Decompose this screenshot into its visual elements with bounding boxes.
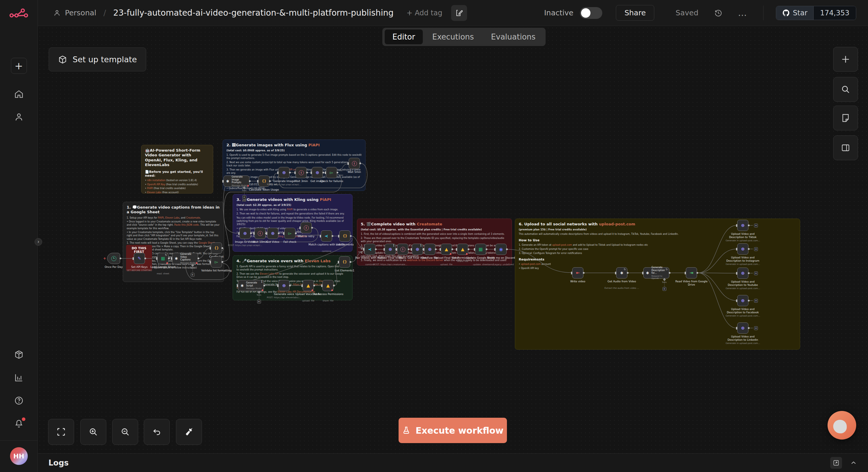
expand-panel-chevron[interactable]: › [35, 238, 42, 246]
output-port[interactable] [748, 225, 750, 226]
node-generate-video-captions[interactable]: ∗Generate Video CaptionsMessage Model▲ [172, 253, 198, 264]
home-icon[interactable] [14, 89, 24, 99]
output-port[interactable] [748, 248, 750, 250]
output-port[interactable] [748, 272, 750, 274]
node-generate-image[interactable]: ⊕ [278, 167, 290, 178]
add-tag-button[interactable]: + Add tag [407, 9, 442, 17]
new-workflow-button[interactable]: + [11, 58, 27, 74]
node-once-per-day[interactable] [107, 253, 120, 264]
node-generate-voice[interactable]: ⊕ [278, 280, 290, 291]
add-tool-button[interactable]: + [191, 273, 194, 277]
n8n-logo[interactable] [9, 0, 29, 26]
output-port[interactable] [583, 272, 585, 274]
node-upload-linkedin[interactable]: ⊕ [737, 323, 748, 334]
node-list-elements1[interactable]: {} [339, 256, 350, 268]
edit-note-button[interactable] [451, 5, 467, 21]
add-tool-button[interactable]: + [662, 287, 666, 291]
version-history-icon[interactable] [714, 8, 723, 18]
add-node-stub[interactable]: + [754, 299, 758, 303]
output-port[interactable] [306, 172, 308, 173]
node-get-image[interactable]: ⊕ [312, 167, 323, 178]
output-port[interactable] [250, 232, 252, 234]
user-avatar[interactable]: HH [10, 447, 28, 465]
node-load-google-sheet[interactable]: ▦↻▲ [157, 253, 168, 264]
templates-icon[interactable] [14, 349, 24, 360]
add-node-stub[interactable]: + [754, 247, 758, 251]
node-get-raw-file[interactable]: ⊕ [424, 244, 435, 255]
collapse-logs-chevron-icon[interactable] [850, 459, 857, 467]
help-icon[interactable] [14, 396, 24, 406]
node-notify-me-on-discord[interactable]: ◉ [495, 244, 507, 255]
add-node-stub[interactable]: + [754, 224, 758, 228]
node-render-final-video[interactable]: ⊕1 [385, 244, 396, 255]
node-wait-to-retry[interactable]: ‖ [301, 222, 312, 233]
output-port[interactable] [289, 285, 291, 286]
node-match-captions-with-videos[interactable]: Y [321, 230, 332, 242]
node-wait-5min[interactable]: ‖ [349, 158, 360, 169]
output-port[interactable] [221, 261, 223, 263]
output-port[interactable] [435, 248, 437, 250]
node-list-elements[interactable]: {} [339, 230, 350, 242]
output-port[interactable] [168, 258, 170, 259]
output-port[interactable] [408, 248, 409, 250]
workflow-title[interactable]: 23-fully-automated-ai-video-generation-&… [113, 8, 394, 18]
undo-button[interactable] [144, 419, 170, 445]
tab-evaluations[interactable]: Evaluations [483, 30, 543, 44]
output-port[interactable] [269, 180, 271, 182]
node-generate-image-prompts[interactable]: ∗Generate Image PromptsMessage Model▲ [223, 175, 249, 187]
ai-assistant-button[interactable] [828, 411, 856, 440]
output-port[interactable] [359, 163, 361, 164]
node-upload-facebook[interactable]: ⊕ [737, 295, 748, 306]
output-port[interactable] [669, 272, 671, 274]
node-set-permissions[interactable]: ▲▲ [457, 244, 468, 255]
breadcrumb-project[interactable]: Personal [65, 8, 96, 17]
fit-view-button[interactable] [48, 419, 74, 445]
add-node-button[interactable] [833, 47, 858, 72]
node-create-list[interactable]: {} [211, 242, 222, 254]
sticky-note-button[interactable] [833, 106, 858, 130]
add-tool-button[interactable]: + [257, 300, 261, 304]
output-port[interactable] [313, 285, 315, 286]
node-wait1[interactable]: ‖ [397, 244, 408, 255]
output-port[interactable] [627, 272, 628, 274]
setup-template-button[interactable]: Set up template [49, 47, 146, 71]
node-wait-10min[interactable]: ‖ [254, 228, 266, 239]
node-read-video-from-google-drive[interactable]: ⇥ [686, 267, 697, 278]
node-upload-voice-audio[interactable]: ▲▲ [303, 280, 314, 291]
node-upload-tiktok[interactable]: ⊕ [737, 220, 748, 231]
node-set-api-keys[interactable]: ✎ [134, 253, 145, 264]
execute-workflow-button[interactable]: Execute workflow [399, 418, 507, 443]
output-port[interactable] [221, 247, 223, 249]
node-validate-list-formatting[interactable]: ▻ [211, 256, 222, 268]
output-port[interactable] [197, 258, 199, 259]
add-tool-button[interactable]: + [242, 195, 246, 199]
output-port[interactable] [144, 258, 146, 259]
share-button[interactable]: Share [616, 5, 654, 21]
personal-project-icon[interactable] [14, 112, 24, 122]
more-options-icon[interactable]: … [738, 11, 748, 14]
output-port[interactable] [264, 285, 265, 286]
node-image-to-video[interactable]: ⊕ [240, 228, 251, 239]
toggle-panel-button[interactable] [833, 135, 858, 160]
output-port[interactable] [468, 248, 469, 250]
output-port[interactable] [696, 272, 698, 274]
node-upload-final-video[interactable]: ▲▲ [441, 244, 452, 255]
node-wait-3min[interactable]: ‖ [296, 167, 307, 178]
zoom-in-button[interactable] [80, 419, 106, 445]
zoom-out-button[interactable] [112, 419, 138, 445]
node-set-access-permissions[interactable]: ▲▲ [322, 280, 334, 291]
output-port[interactable] [486, 248, 488, 250]
output-port[interactable] [375, 248, 377, 250]
logs-panel-header[interactable]: Logs [38, 453, 868, 472]
output-port[interactable] [350, 235, 352, 237]
tidy-up-button[interactable] [176, 419, 202, 445]
node-get-audio-from-video[interactable]: ∗↻ [616, 267, 627, 278]
tab-editor[interactable]: Editor [385, 30, 423, 44]
output-port[interactable] [452, 248, 453, 250]
output-port[interactable] [332, 235, 333, 237]
output-port[interactable] [333, 285, 335, 286]
node-get-video[interactable]: ⊕ [267, 228, 278, 239]
output-port[interactable] [278, 232, 280, 234]
activation-toggle[interactable] [580, 7, 602, 19]
output-port[interactable] [506, 248, 508, 250]
